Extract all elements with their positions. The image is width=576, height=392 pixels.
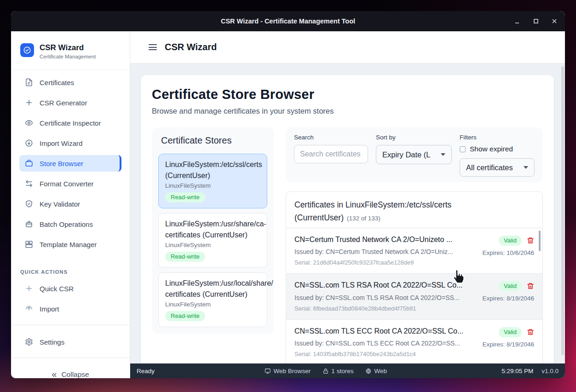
store-name: LinuxFileSystem:/etc/ssl/certs xyxy=(165,159,260,170)
certificate-stores-panel: Certificate Stores LinuxFileSystem:/etc/… xyxy=(152,127,274,334)
minimize-button[interactable] xyxy=(514,18,521,24)
store-type: LinuxFileSystem xyxy=(165,242,260,248)
search-label: Search xyxy=(294,134,368,141)
page-subtitle: Browse and manage certificates in your s… xyxy=(152,107,543,115)
certificate-issuer: Issued by: CN=Certum Trusted Network CA … xyxy=(294,248,478,255)
certificate-serial: Serial: 21d6d04a4f250fc93237fcaa5e128de9 xyxy=(294,259,478,266)
delete-certificate-button[interactable] xyxy=(527,329,534,336)
sidebar-item-label: Key Validator xyxy=(40,200,80,208)
stores-panel-title: Certificate Stores xyxy=(161,135,267,146)
sidebar-item-settings[interactable]: Settings xyxy=(19,334,121,350)
delete-certificate-button[interactable] xyxy=(527,237,534,244)
read-write-badge: Read-write xyxy=(165,311,205,321)
collapse-button[interactable]: « Collapse xyxy=(11,358,130,378)
certificate-cn: CN=Certum Trusted Network CA 2/O=Unizeto… xyxy=(294,236,478,244)
sidebar-item-csr-generator[interactable]: CSR Generator xyxy=(19,94,121,111)
sidebar-item-import[interactable]: Import xyxy=(19,300,121,317)
maximize-button[interactable] xyxy=(533,18,539,24)
chevrons-left-icon: « xyxy=(52,369,57,378)
content-area: Certificate Store Browser Browse and man… xyxy=(130,63,565,363)
store-name: certificates (CurrentUser) xyxy=(165,289,260,300)
search-input[interactable] xyxy=(294,145,368,163)
sort-select[interactable]: Expiry Date (L xyxy=(376,145,452,164)
store-item[interactable]: LinuxFileSystem:/usr/local/share/ certif… xyxy=(158,272,267,327)
sidebar-item-label: Batch Operations xyxy=(40,220,93,228)
sidebar-item-template-manager[interactable]: Template Manager xyxy=(19,236,121,253)
sidebar-item-import-wizard[interactable]: Import Wizard xyxy=(19,135,121,151)
certificate-filter-select[interactable]: All certificates xyxy=(460,158,535,177)
delete-certificate-button[interactable] xyxy=(527,282,534,290)
show-expired-label: Show expired xyxy=(470,145,513,153)
briefcase-icon xyxy=(25,159,33,167)
sidebar-item-quick-csr[interactable]: Quick CSR xyxy=(19,280,121,297)
app-window: CSR Wizard - Certificate Management Tool… xyxy=(11,11,565,378)
sidebar-item-certificate-inspector[interactable]: Certificate Inspector xyxy=(19,115,121,131)
status-bar: Ready Web Browser 1 stores Web xyxy=(130,363,565,378)
sidebar-item-label: Quick CSR xyxy=(40,285,74,293)
certificate-issuer: Issued by: CN=SSL.com TLS ECC Root CA 20… xyxy=(294,340,478,347)
chevron-down-icon xyxy=(524,166,528,169)
sidebar: CSR Wizard Certificate Management Certif… xyxy=(11,31,130,378)
plus-icon xyxy=(25,98,33,107)
sidebar-item-label: Import Wizard xyxy=(40,139,82,147)
status-stores: 1 stores xyxy=(323,368,353,375)
sidebar-item-key-validator[interactable]: Key Validator xyxy=(19,196,121,212)
valid-badge: Valid xyxy=(499,281,522,291)
certificate-issuer: Issued by: CN=SSL.com TLS RSA Root CA 20… xyxy=(294,294,478,301)
sidebar-item-certificates[interactable]: Certificates xyxy=(19,74,121,91)
certificate-cn: CN=SSL.com TLS RSA Root CA 2022/O=SSL Co… xyxy=(294,281,478,289)
archive-box-icon xyxy=(25,220,33,228)
sidebar-item-batch-operations[interactable]: Batch Operations xyxy=(19,216,121,232)
download-circle-icon xyxy=(25,139,33,147)
sidebar-item-label: Template Manager xyxy=(40,241,97,248)
store-name: LinuxFileSystem:/usr/local/share/ xyxy=(165,278,260,289)
store-item[interactable]: LinuxFileSystem:/usr/share/ca- certifica… xyxy=(158,213,267,268)
store-item[interactable]: LinuxFileSystem:/etc/ssl/certs (CurrentU… xyxy=(158,154,267,208)
app-logo-icon xyxy=(20,43,34,57)
certificate-row[interactable]: CN=SSL.com TLS RSA Root CA 2022/O=SSL Co… xyxy=(286,274,542,319)
app-header: CSR Wizard xyxy=(130,31,565,63)
filter-value: All certificates xyxy=(466,163,513,172)
layout-panels-icon xyxy=(25,240,33,248)
sidebar-item-label: Import xyxy=(40,305,59,313)
certificates-panel: Certificates in LinuxFileSystem:/etc/ssl… xyxy=(286,191,543,363)
certificate-expiry: Expires: 10/6/2046 xyxy=(482,249,534,256)
certificates-heading: Certificates in LinuxFileSystem:/etc/ssl… xyxy=(294,198,534,211)
certificate-row[interactable]: CN=SSL.com TLS ECC Root CA 2022/O=SSL Co… xyxy=(286,320,542,363)
read-write-badge: Read-write xyxy=(165,192,205,202)
sidebar-item-label: Store Browser xyxy=(40,160,83,167)
sort-label: Sort by xyxy=(376,134,452,141)
store-type: LinuxFileSystem xyxy=(165,301,260,308)
main-scrollbar-thumb[interactable] xyxy=(561,66,564,355)
certificate-expiry: Expires: 8/19/2046 xyxy=(482,341,534,348)
file-text-icon xyxy=(25,78,33,86)
app-subtitle: Certificate Management xyxy=(40,54,96,59)
lock-icon xyxy=(323,368,328,374)
mouse-cursor xyxy=(452,268,466,287)
sidebar-item-format-converter[interactable]: Format Converter xyxy=(19,175,121,192)
store-name: (CurrentUser) xyxy=(165,170,260,181)
status-web: Web xyxy=(365,368,387,375)
quick-actions-heading: QUICK ACTIONS xyxy=(11,256,130,280)
eye-icon xyxy=(25,119,33,127)
sort-value: Expiry Date (L xyxy=(382,150,431,159)
certificates-heading: (CurrentUser) xyxy=(294,213,344,222)
list-scrollbar-thumb[interactable] xyxy=(539,231,541,251)
globe-icon xyxy=(365,368,371,374)
show-expired-checkbox[interactable] xyxy=(460,146,466,152)
store-browser-card: Certificate Store Browser Browse and man… xyxy=(141,75,554,363)
header-title: CSR Wizard xyxy=(165,42,217,52)
certificate-row[interactable]: CN=Certum Trusted Network CA 2/O=Unizeto… xyxy=(286,228,542,274)
filter-panel: Search Sort by Expiry Date (L xyxy=(286,127,543,182)
page-title: Certificate Store Browser xyxy=(152,87,543,102)
certificates-count: (132 of 133) xyxy=(347,215,380,222)
monitor-icon xyxy=(265,368,271,374)
valid-badge: Valid xyxy=(499,236,522,246)
app-name: CSR Wizard xyxy=(40,43,96,52)
sidebar-item-store-browser[interactable]: Store Browser xyxy=(19,155,121,172)
close-button[interactable] xyxy=(551,18,558,24)
collapse-label: Collapse xyxy=(61,370,89,379)
menu-icon[interactable] xyxy=(149,44,157,50)
plus-icon xyxy=(25,284,33,293)
swap-arrows-icon xyxy=(25,179,33,188)
